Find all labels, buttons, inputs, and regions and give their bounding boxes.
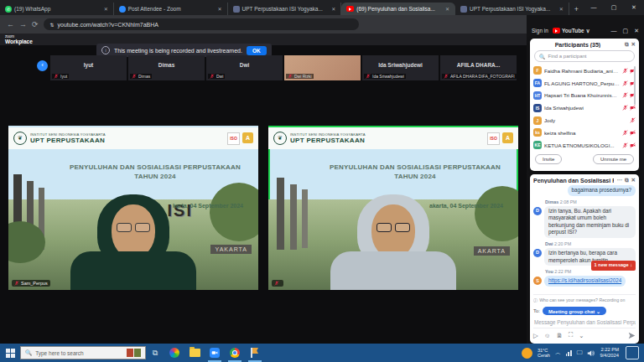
popout-icon[interactable]: ⧉: [625, 41, 629, 48]
search-icon: 🔍: [539, 54, 546, 59]
close-tab-icon[interactable]: ✕: [104, 6, 108, 12]
back-icon[interactable]: ←: [7, 20, 14, 28]
filmstrip-prev-button[interactable]: ‹: [37, 60, 48, 71]
unmute-me-button[interactable]: Unmute me: [593, 154, 634, 164]
chrome-icon[interactable]: [225, 344, 245, 362]
mic-muted-icon: [444, 74, 449, 79]
maximize-button[interactable]: ▢: [604, 0, 624, 15]
filmstrip-tile[interactable]: Iyut Iyut: [50, 55, 127, 80]
action-center-icon[interactable]: [626, 346, 639, 359]
tab-zoom-attendee[interactable]: Post Attendee - Zoom ✕: [114, 3, 228, 15]
scrollbar[interactable]: [634, 66, 636, 105]
file-explorer-icon[interactable]: [184, 344, 205, 362]
filmstrip-tile[interactable]: Dwi Dwi: [206, 55, 283, 80]
close-button[interactable]: ✕: [624, 0, 644, 15]
whatsapp-icon: ✆: [5, 6, 12, 13]
taskbar-clock[interactable]: 2:22 PM 9/4/2024: [600, 347, 619, 359]
reload-icon[interactable]: ⟳: [32, 20, 39, 28]
chat-bubble: Izin tanya, Bu. Apakah dari masyarakat u…: [544, 206, 636, 238]
tab-label: UPT Perpustakaan ISI Yogyaka...: [242, 6, 323, 12]
popout-icon[interactable]: ⧉: [625, 177, 629, 184]
taskbar-search-input[interactable]: 🔍 Type here to search: [20, 346, 146, 359]
browser-tab-bar: ✆ (19) WhatsApp ✕ Post Attendee - Zoom ✕…: [0, 0, 644, 15]
tab-label: UPT Perpustakaan ISI Yogyaka...: [470, 6, 550, 12]
participant-row[interactable]: KE KETUA ETNOMUSIKOLOGI...: [533, 139, 636, 152]
weather-sun-icon[interactable]: [522, 348, 532, 359]
avatar: IS: [533, 104, 542, 112]
camera-off-icon: [630, 130, 636, 136]
filmstrip-tile[interactable]: Dimas Dimas: [128, 55, 205, 80]
tab-library-2[interactable]: UPT Perpustakaan ISI Yogyaka... ✕: [455, 3, 569, 15]
screenshot-icon[interactable]: ⛶: [569, 331, 573, 339]
weather-widget[interactable]: 31°C Cerah: [538, 348, 550, 359]
mic-muted-icon: [366, 74, 371, 79]
filmstrip-tile[interactable]: Ida Sriwahjudewi Ida Sriwahjudewi: [362, 55, 439, 80]
attach-file-icon[interactable]: 🗎: [556, 332, 563, 339]
youtube-menu[interactable]: YouTube ∨: [553, 28, 590, 34]
close-icon[interactable]: ✕: [631, 177, 636, 184]
zoom-icon: [119, 6, 126, 13]
display-icon[interactable]: 🖵: [577, 349, 583, 356]
participant-row[interactable]: HT Hapsari Tri Buana Khoirunnisa_...: [533, 90, 636, 102]
more-icon[interactable]: ⋯: [616, 177, 622, 184]
send-icon[interactable]: [628, 332, 636, 339]
filmstrip-tile-video[interactable]: Dwi Rizki: [284, 55, 361, 80]
start-button[interactable]: [0, 349, 20, 358]
close-button[interactable]: ✕: [634, 28, 639, 34]
tab-label: Post Attendee - Zoom: [128, 6, 181, 12]
site-info-icon[interactable]: ⇅: [50, 22, 55, 28]
close-tab-icon[interactable]: ✕: [331, 6, 335, 12]
chevron-down-icon[interactable]: ⌄: [579, 332, 584, 339]
network-icon[interactable]: [566, 349, 572, 356]
new-message-badge[interactable]: 1 new message ↓: [591, 261, 636, 271]
tab-whatsapp[interactable]: ✆ (19) WhatsApp ✕: [0, 3, 114, 15]
task-view-button[interactable]: ⧉: [146, 349, 164, 358]
format-icon[interactable]: ▷: [533, 332, 538, 339]
chat-title: Penyuluhan dan Sosialisasi Perp...: [533, 178, 614, 184]
recipient-selector[interactable]: Meeting group chat ⌄: [543, 307, 606, 315]
chat-message-input[interactable]: Message Penyuluhan dan Sosialisasi Perpu…: [533, 317, 636, 328]
forward-icon[interactable]: →: [19, 20, 27, 28]
windows-taskbar: 🔍 Type here to search ⧉ 31°C Cerah ︿ 🖵 2…: [0, 344, 644, 362]
yakarta-plaque: AKARTA: [474, 246, 510, 256]
sign-in-button[interactable]: Sign in: [532, 28, 548, 34]
close-icon[interactable]: ✕: [631, 41, 636, 48]
close-tab-icon[interactable]: ✕: [559, 6, 564, 12]
video-feed-right[interactable]: AKARTA ❦ INSTITUT SENI INDONESIA YOGYAKA…: [268, 126, 518, 290]
participant-row[interactable]: ks keiza shelfina: [533, 127, 636, 139]
filmstrip-tile[interactable]: AFIILA DHARA... AFILA DHARA DIFA_FOTOGRA…: [440, 55, 517, 80]
chat-bubble-link[interactable]: https://s.id/hadirsosialisasi2024: [544, 276, 626, 287]
hidden-icons-chevron[interactable]: ︿: [555, 349, 561, 357]
participant-row[interactable]: F Faidha Rahmani Budiarta_anim...: [533, 65, 636, 77]
close-tab-icon[interactable]: ✕: [445, 6, 449, 12]
ok-button[interactable]: OK: [247, 46, 267, 55]
participant-row[interactable]: J Jody: [533, 114, 636, 127]
participant-row[interactable]: IS Ida Sriwahjudewi: [533, 101, 636, 114]
system-tray: 31°C Cerah ︿ 🖵 2:22 PM 9/4/2024: [522, 346, 644, 359]
new-tab-button[interactable]: +: [574, 5, 579, 13]
flag-app-icon[interactable]: [245, 344, 265, 362]
windows-logo-icon: [6, 349, 15, 358]
participant-search-input[interactable]: 🔍 Find a participant: [534, 50, 635, 62]
minimize-button[interactable]: —: [611, 28, 617, 34]
url-field[interactable]: ⇅ youtube.com/watch?v=CKNhIm7aBHA: [44, 18, 359, 30]
zoom-app-icon[interactable]: [205, 344, 225, 362]
participant-row[interactable]: FA FL AGUNG HARTONO_Perpus ...: [533, 77, 636, 90]
speaker-icon[interactable]: [587, 349, 595, 357]
emoji-icon[interactable]: ☺: [544, 332, 551, 339]
tile-name-label: Ida Sriwahjudewi: [372, 74, 404, 79]
video-feed-left[interactable]: ISI YAKARTA ❦ INSTITUT SENI INDONESIA YO…: [8, 126, 258, 290]
speaker-right: [330, 194, 456, 290]
chevron-down-icon: ∨: [586, 28, 590, 34]
minimize-button[interactable]: —: [584, 0, 604, 15]
message-meta: Dwi 2:20 PM: [545, 241, 636, 247]
maximize-button[interactable]: ▢: [623, 28, 629, 34]
avatar: S: [533, 277, 542, 285]
tab-library-1[interactable]: UPT Perpustakaan ISI Yogyaka... ✕: [228, 3, 342, 15]
invite-button[interactable]: Invite: [535, 154, 562, 164]
app-icon-colorwheel[interactable]: [164, 344, 184, 362]
close-tab-icon[interactable]: ✕: [217, 6, 221, 12]
slide-title: PENYULUHAN DAN SOSIALISASI PERPUSTAKAAN …: [59, 163, 252, 181]
chat-privacy-note[interactable]: ⓘ Who can see your messages? Recording o…: [533, 294, 636, 305]
tab-youtube-active[interactable]: (69) Penyuluhan dan Sosialisa... ✕: [341, 3, 455, 15]
